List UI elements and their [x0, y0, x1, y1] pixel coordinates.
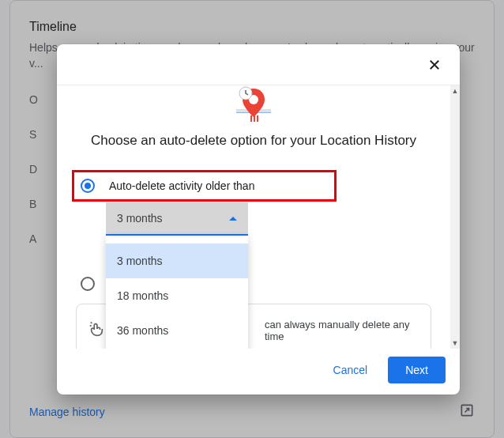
modal-title: Choose an auto-delete option for your Lo…: [76, 133, 431, 149]
scrollbar[interactable]: ▲ ▼: [450, 85, 460, 349]
radio-auto-delete[interactable]: [81, 179, 95, 193]
dropdown-option-3-months[interactable]: 3 months: [106, 244, 248, 278]
next-button[interactable]: Next: [388, 357, 446, 383]
auto-delete-modal: Choose an auto-delete option for your Lo…: [57, 44, 460, 395]
close-icon: [427, 58, 442, 72]
scroll-up-arrow[interactable]: ▲: [450, 85, 460, 96]
info-text: can always manually delete any time: [265, 319, 419, 342]
dropdown-option-18-months[interactable]: 18 months: [106, 278, 248, 313]
svg-rect-7: [257, 115, 258, 122]
dropdown-selected-value: 3 months: [117, 212, 163, 225]
svg-rect-5: [250, 115, 252, 122]
radio-dont-auto-delete[interactable]: [81, 277, 95, 291]
option-label: Auto-delete activity older than: [109, 179, 254, 192]
svg-rect-6: [254, 115, 255, 122]
close-button[interactable]: [422, 52, 447, 77]
cancel-button[interactable]: Cancel: [325, 357, 376, 383]
location-history-icon: [76, 85, 431, 123]
dropdown-menu: 3 months 18 months 36 months: [106, 237, 248, 349]
chevron-up-icon: [229, 217, 237, 221]
dropdown-option-36-months[interactable]: 36 months: [106, 313, 248, 348]
scroll-down-arrow[interactable]: ▼: [450, 338, 460, 349]
tap-icon: [88, 321, 105, 341]
option-auto-delete[interactable]: Auto-delete activity older than: [76, 172, 431, 199]
duration-dropdown[interactable]: 3 months: [106, 202, 248, 236]
